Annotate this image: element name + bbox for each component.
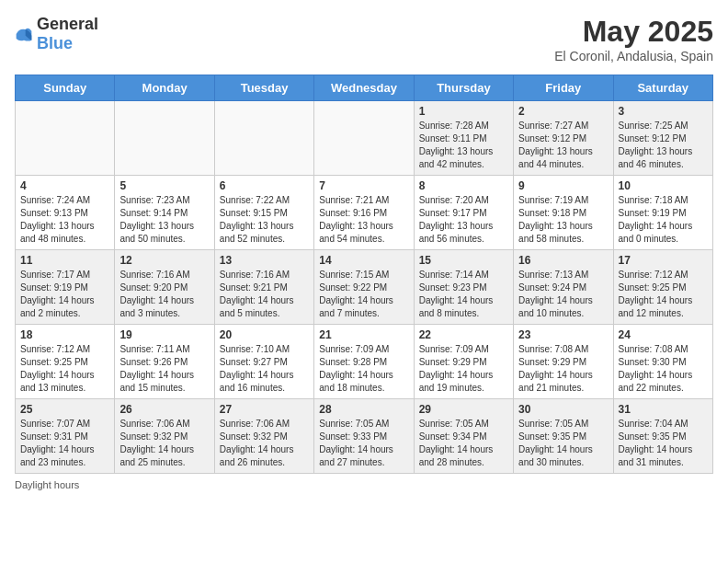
day-info: Sunrise: 7:12 AM Sunset: 9:25 PM Dayligh… (619, 269, 708, 320)
calendar-cell: 24Sunrise: 7:08 AM Sunset: 9:30 PM Dayli… (613, 325, 712, 399)
calendar-cell: 23Sunrise: 7:08 AM Sunset: 9:29 PM Dayli… (514, 325, 613, 399)
calendar-cell: 8Sunrise: 7:20 AM Sunset: 9:17 PM Daylig… (414, 176, 513, 250)
calendar-cell (115, 101, 214, 176)
day-number: 7 (319, 179, 408, 192)
day-info: Sunrise: 7:12 AM Sunset: 9:25 PM Dayligh… (20, 343, 109, 395)
calendar-cell: 13Sunrise: 7:16 AM Sunset: 9:21 PM Dayli… (214, 250, 313, 325)
day-info: Sunrise: 7:18 AM Sunset: 9:19 PM Dayligh… (619, 194, 708, 246)
day-number: 31 (619, 403, 708, 416)
day-number: 2 (518, 105, 608, 118)
calendar-cell: 4Sunrise: 7:24 AM Sunset: 9:13 PM Daylig… (16, 176, 115, 250)
logo-text: General Blue (37, 15, 98, 53)
month-title: May 2025 (554, 15, 713, 49)
day-info: Sunrise: 7:17 AM Sunset: 9:19 PM Dayligh… (20, 269, 109, 320)
day-number: 11 (20, 254, 109, 267)
calendar-cell: 1Sunrise: 7:28 AM Sunset: 9:11 PM Daylig… (414, 101, 513, 176)
calendar-cell: 30Sunrise: 7:05 AM Sunset: 9:35 PM Dayli… (514, 399, 613, 474)
calendar-cell: 20Sunrise: 7:10 AM Sunset: 9:27 PM Dayli… (214, 325, 313, 399)
calendar-cell: 11Sunrise: 7:17 AM Sunset: 9:19 PM Dayli… (16, 250, 115, 325)
day-info: Sunrise: 7:27 AM Sunset: 9:12 PM Dayligh… (518, 120, 608, 171)
header: General Blue May 2025 El Coronil, Andalu… (15, 15, 713, 63)
day-info: Sunrise: 7:11 AM Sunset: 9:26 PM Dayligh… (119, 343, 209, 395)
calendar-week-row: 25Sunrise: 7:07 AM Sunset: 9:31 PM Dayli… (16, 399, 713, 474)
calendar-week-row: 1Sunrise: 7:28 AM Sunset: 9:11 PM Daylig… (16, 101, 713, 176)
day-info: Sunrise: 7:19 AM Sunset: 9:18 PM Dayligh… (518, 194, 608, 246)
calendar-header-thursday: Thursday (414, 75, 513, 101)
calendar-cell: 26Sunrise: 7:06 AM Sunset: 9:32 PM Dayli… (115, 399, 214, 474)
day-number: 8 (419, 179, 508, 192)
calendar-cell: 15Sunrise: 7:14 AM Sunset: 9:23 PM Dayli… (414, 250, 513, 325)
day-info: Sunrise: 7:08 AM Sunset: 9:30 PM Dayligh… (619, 343, 708, 395)
calendar-cell: 12Sunrise: 7:16 AM Sunset: 9:20 PM Dayli… (115, 250, 214, 325)
day-info: Sunrise: 7:21 AM Sunset: 9:16 PM Dayligh… (319, 194, 408, 246)
day-number: 25 (20, 403, 109, 416)
day-number: 21 (319, 328, 408, 341)
day-number: 22 (419, 328, 508, 341)
day-number: 27 (220, 403, 309, 416)
day-info: Sunrise: 7:06 AM Sunset: 9:32 PM Dayligh… (220, 418, 309, 469)
calendar-cell: 19Sunrise: 7:11 AM Sunset: 9:26 PM Dayli… (115, 325, 214, 399)
calendar-table: SundayMondayTuesdayWednesdayThursdayFrid… (15, 75, 713, 474)
calendar-cell: 21Sunrise: 7:09 AM Sunset: 9:28 PM Dayli… (314, 325, 414, 399)
day-number: 30 (518, 403, 608, 416)
day-info: Sunrise: 7:16 AM Sunset: 9:20 PM Dayligh… (119, 269, 209, 320)
calendar-header-sunday: Sunday (16, 75, 115, 101)
day-info: Sunrise: 7:04 AM Sunset: 9:35 PM Dayligh… (619, 418, 708, 469)
calendar-week-row: 4Sunrise: 7:24 AM Sunset: 9:13 PM Daylig… (16, 176, 713, 250)
day-number: 12 (119, 254, 209, 267)
calendar-cell: 31Sunrise: 7:04 AM Sunset: 9:35 PM Dayli… (613, 399, 712, 474)
day-number: 18 (20, 328, 109, 341)
day-number: 24 (619, 328, 708, 341)
location-subtitle: El Coronil, Andalusia, Spain (554, 49, 713, 63)
logo: General Blue (15, 15, 98, 53)
day-info: Sunrise: 7:08 AM Sunset: 9:29 PM Dayligh… (518, 343, 608, 395)
calendar-cell: 25Sunrise: 7:07 AM Sunset: 9:31 PM Dayli… (16, 399, 115, 474)
footer-note: Daylight hours (15, 479, 713, 490)
day-info: Sunrise: 7:05 AM Sunset: 9:35 PM Dayligh… (518, 418, 608, 469)
day-number: 3 (619, 105, 708, 118)
day-info: Sunrise: 7:14 AM Sunset: 9:23 PM Dayligh… (419, 269, 508, 320)
calendar-cell: 6Sunrise: 7:22 AM Sunset: 9:15 PM Daylig… (214, 176, 313, 250)
title-area: May 2025 El Coronil, Andalusia, Spain (554, 15, 713, 63)
day-info: Sunrise: 7:07 AM Sunset: 9:31 PM Dayligh… (20, 418, 109, 469)
day-info: Sunrise: 7:23 AM Sunset: 9:14 PM Dayligh… (119, 194, 209, 246)
day-info: Sunrise: 7:22 AM Sunset: 9:15 PM Dayligh… (220, 194, 309, 246)
calendar-header-monday: Monday (115, 75, 214, 101)
calendar-cell: 22Sunrise: 7:09 AM Sunset: 9:29 PM Dayli… (414, 325, 513, 399)
day-info: Sunrise: 7:05 AM Sunset: 9:34 PM Dayligh… (419, 418, 508, 469)
calendar-header-tuesday: Tuesday (214, 75, 313, 101)
day-info: Sunrise: 7:20 AM Sunset: 9:17 PM Dayligh… (419, 194, 508, 246)
day-number: 20 (220, 328, 309, 341)
calendar-cell (16, 101, 115, 176)
calendar-cell: 5Sunrise: 7:23 AM Sunset: 9:14 PM Daylig… (115, 176, 214, 250)
day-info: Sunrise: 7:13 AM Sunset: 9:24 PM Dayligh… (518, 269, 608, 320)
calendar-cell: 28Sunrise: 7:05 AM Sunset: 9:33 PM Dayli… (314, 399, 414, 474)
day-info: Sunrise: 7:09 AM Sunset: 9:28 PM Dayligh… (319, 343, 408, 395)
calendar-week-row: 11Sunrise: 7:17 AM Sunset: 9:19 PM Dayli… (16, 250, 713, 325)
day-info: Sunrise: 7:05 AM Sunset: 9:33 PM Dayligh… (319, 418, 408, 469)
calendar-header-friday: Friday (514, 75, 613, 101)
calendar-week-row: 18Sunrise: 7:12 AM Sunset: 9:25 PM Dayli… (16, 325, 713, 399)
calendar-cell: 16Sunrise: 7:13 AM Sunset: 9:24 PM Dayli… (514, 250, 613, 325)
day-number: 15 (419, 254, 508, 267)
logo-blue: Blue (37, 34, 73, 52)
calendar-cell: 7Sunrise: 7:21 AM Sunset: 9:16 PM Daylig… (314, 176, 414, 250)
day-info: Sunrise: 7:06 AM Sunset: 9:32 PM Dayligh… (119, 418, 209, 469)
calendar-cell: 29Sunrise: 7:05 AM Sunset: 9:34 PM Dayli… (414, 399, 513, 474)
day-number: 6 (220, 179, 309, 192)
day-info: Sunrise: 7:25 AM Sunset: 9:12 PM Dayligh… (619, 120, 708, 171)
calendar-cell (214, 101, 313, 176)
calendar-cell: 10Sunrise: 7:18 AM Sunset: 9:19 PM Dayli… (613, 176, 712, 250)
logo-icon (15, 25, 33, 43)
day-number: 16 (518, 254, 608, 267)
day-number: 9 (518, 179, 608, 192)
day-number: 10 (619, 179, 708, 192)
day-number: 5 (119, 179, 209, 192)
day-number: 17 (619, 254, 708, 267)
day-info: Sunrise: 7:09 AM Sunset: 9:29 PM Dayligh… (419, 343, 508, 395)
day-number: 19 (119, 328, 209, 341)
day-info: Sunrise: 7:24 AM Sunset: 9:13 PM Dayligh… (20, 194, 109, 246)
day-number: 28 (319, 403, 408, 416)
day-info: Sunrise: 7:28 AM Sunset: 9:11 PM Dayligh… (419, 120, 508, 171)
calendar-cell: 18Sunrise: 7:12 AM Sunset: 9:25 PM Dayli… (16, 325, 115, 399)
